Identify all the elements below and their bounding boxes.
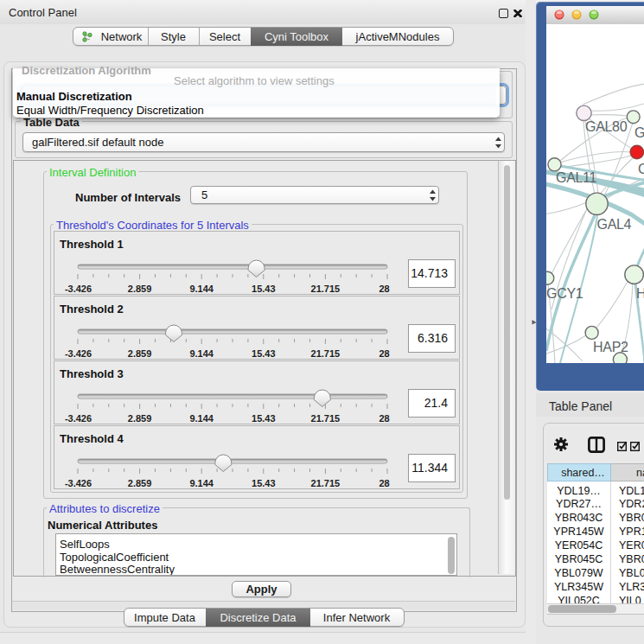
svg-text:15.43: 15.43	[252, 348, 276, 359]
svg-text:9.144: 9.144	[189, 478, 214, 488]
svg-text:28: 28	[379, 478, 389, 488]
svg-text:GA: GA	[634, 125, 644, 140]
svg-text:2.859: 2.859	[128, 413, 152, 424]
svg-text:15.43: 15.43	[252, 478, 276, 488]
svg-text:28: 28	[379, 413, 389, 424]
svg-text:GCY1: GCY1	[546, 286, 583, 301]
svg-text:GAL11: GAL11	[556, 170, 597, 185]
svg-text:15.43: 15.43	[252, 284, 276, 294]
svg-text:GAL80: GAL80	[585, 119, 628, 134]
svg-text:9.144: 9.144	[189, 413, 214, 424]
svg-text:-3.426: -3.426	[65, 348, 92, 359]
svg-text:-3.426: -3.426	[65, 478, 92, 488]
svg-text:2.859: 2.859	[128, 478, 152, 488]
svg-text:H: H	[636, 286, 644, 301]
svg-text:21.715: 21.715	[311, 413, 341, 424]
svg-text:9.144: 9.144	[189, 348, 214, 359]
svg-text:2.859: 2.859	[128, 284, 152, 294]
svg-text:21.715: 21.715	[311, 478, 341, 488]
svg-text:15.43: 15.43	[252, 413, 276, 424]
svg-text:-3.426: -3.426	[65, 413, 92, 424]
svg-text:-3.426: -3.426	[65, 284, 92, 294]
svg-text:GAL4: GAL4	[597, 217, 632, 232]
svg-text:9.144: 9.144	[189, 284, 214, 294]
svg-text:28: 28	[379, 284, 389, 294]
svg-text:2.859: 2.859	[128, 348, 152, 359]
svg-text:C: C	[638, 162, 644, 176]
svg-text:28: 28	[379, 348, 389, 359]
svg-text:HAP2: HAP2	[593, 340, 628, 354]
svg-text:21.715: 21.715	[311, 284, 341, 294]
svg-text:21.715: 21.715	[311, 348, 341, 359]
